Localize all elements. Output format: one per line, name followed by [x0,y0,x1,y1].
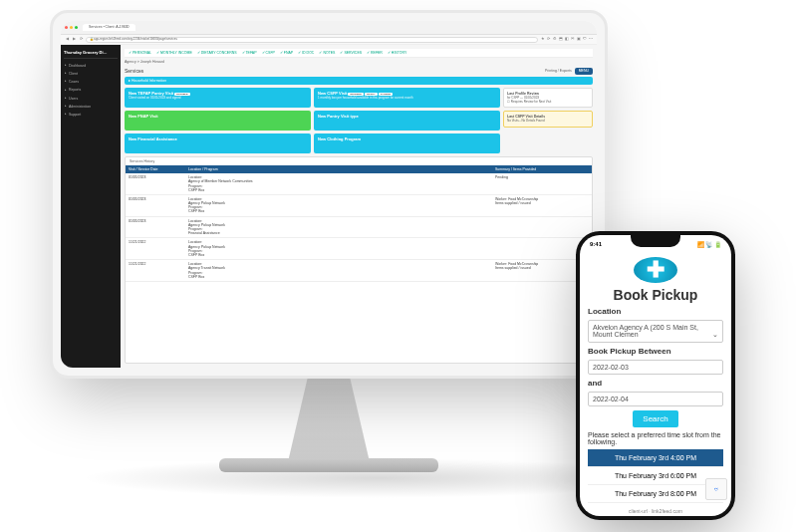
extension-icon[interactable]: ⬒ [558,37,563,42]
household-info-bar[interactable]: ▸ Household Information [125,77,593,85]
extension-icons: ★⟳⚙⬒◧✉▣🛡⋯ [540,37,593,42]
recaptcha-badge: 🛡 [705,478,727,500]
main-content: ✓ PERSONAL✓ MONTHLY INCOME✓ DIETARY CONC… [121,45,597,368]
window-min-icon[interactable] [70,26,73,29]
cell-location: Location:Agency of Member Network Commun… [185,173,492,194]
table-title: Services History [130,159,154,163]
client-tab[interactable]: ✓ SERVICES [340,51,362,55]
cell-location: Location:Agency Pickup NetworkProgram:Fi… [185,217,492,238]
table-row[interactable]: 01/05/2023Location:Agency Pickup Network… [126,217,592,239]
extension-icon[interactable]: ▣ [576,37,581,42]
browser-tab[interactable]: Services • Client: A-19600 [83,24,135,30]
window-max-icon[interactable] [75,26,78,29]
table-row[interactable]: 11/21/2022Location:Agency Transit Networ… [126,260,592,282]
page-title: Services [125,68,143,74]
sidebar: Thursday Grocery Di… DashboardClientCase… [61,45,121,368]
extension-icon[interactable]: ✉ [570,37,575,42]
location-select[interactable]: Akvelon Agency A (200 S Main St, Mount C… [588,320,723,343]
help-text: Please select a preferred time slot from… [588,431,723,445]
cell-date: 01/05/2023 [126,173,185,194]
extension-icon[interactable]: ⋯ [588,37,593,42]
card-title: New FNAP Visit [129,115,307,120]
sidebar-item[interactable]: Dashboard [64,62,118,70]
client-tab[interactable]: ✓ MONTHLY INCOME [156,51,192,55]
menu-button[interactable]: MENU [575,68,593,74]
cell-location: Location:Agency Pickup NetworkProgram:CS… [185,195,492,216]
phone-footer: client-url · link2feed.com [580,506,731,516]
chevron-down-icon: ⌄ [712,331,718,339]
service-card[interactable]: New Clothing Program [314,133,500,153]
service-card[interactable]: New FNAP Visit [125,111,311,131]
desktop-monitor: Services • Client: A-19600 ◀ ▶ ⟳ 🔒 app-r… [50,10,608,379]
forward-icon[interactable]: ▶ [72,37,77,42]
back-icon[interactable]: ◀ [65,37,70,42]
client-tab[interactable]: ✓ HISTORY [388,51,406,55]
cell-date: 11/21/2022 [126,238,185,259]
warn-line: No Visits - No Details Found [507,120,589,124]
time-slot[interactable]: Thu February 3rd 6:00 PM [588,467,723,485]
date-to-input[interactable]: 2022-02-04 [588,392,723,406]
household-info-label: Household Information [132,79,166,83]
mobile-phone: 9:41 📶 📡 🔋 ✚ Book Pickup Location Akvelo… [576,231,735,520]
client-tab[interactable]: ✓ CSFP [262,51,275,55]
reload-icon[interactable]: ⟳ [79,37,84,42]
extension-icon[interactable]: ◧ [564,37,569,42]
cell-location: Location:Agency Transit NetworkProgram:C… [185,260,492,281]
sidebar-item[interactable]: Client [64,70,118,78]
table-header-row: Visit / Service Date Location / Program … [126,165,592,173]
breadcrumb: Agency > Joseph Howard [125,58,593,66]
phone-page-title: Book Pickup [588,287,723,303]
extension-icon[interactable]: ⚙ [552,37,557,42]
client-tab[interactable]: ✓ ID DOC [298,51,314,55]
extension-icon[interactable]: ⟳ [546,37,551,42]
review-checkbox-label[interactable]: Requires Review for Next Visit [511,100,551,104]
address-bar[interactable]: 🔒 app-region.link2feed.com/org-1234/inta… [86,37,538,43]
client-tab[interactable]: ✓ PERSONAL [129,51,151,55]
sidebar-item[interactable]: Support [64,111,118,119]
client-tab[interactable]: ✓ NOTES [319,51,335,55]
client-tab[interactable]: ✓ FNAP [280,51,293,55]
card-title: New Clothing Program [318,137,496,142]
service-card[interactable]: New CSFP VisitELIGIBLEPROXYPAUSED1 month… [314,88,500,108]
cell-summary: Pending [492,173,592,194]
client-tabs: ✓ PERSONAL✓ MONTHLY INCOME✓ DIETARY CONC… [125,49,593,58]
time-slot[interactable]: Thu February 3rd 4:00 PM [588,449,723,467]
table-row[interactable]: 11/21/2022Location:Agency Pickup Network… [126,238,592,260]
between-label: Book Pickup Between [588,347,723,356]
sidebar-item[interactable]: Users [64,95,118,103]
table-row[interactable]: 01/05/2023Location:Agency Pickup Network… [126,195,592,217]
browser-tab-bar: Services • Client: A-19600 [61,21,597,35]
service-card[interactable]: New Financial Assistance [125,133,311,153]
sidebar-item[interactable]: Reports [64,86,118,94]
location-label: Location [588,307,723,316]
date-from-input[interactable]: 2022-02-03 [588,360,723,375]
card-title: New Financial Assistance [129,137,307,142]
cell-location: Location:Agency Pickup NetworkProgram:CS… [185,238,492,259]
client-tab[interactable]: ✓ DIETARY CONCERNS [197,51,237,55]
time-slot[interactable]: Thu February 3rd 8:00 PM [588,485,723,503]
client-tab[interactable]: ✓ TEFAP [242,51,257,55]
last-visit-warning: Last CSFP Visit Details No Visits - No D… [503,111,593,128]
app-logo-icon: ✚ [634,257,677,283]
services-history-table: Services History Visit / Service Date Lo… [125,156,593,364]
window-close-icon[interactable] [65,26,68,29]
browser-address-row: ◀ ▶ ⟳ 🔒 app-region.link2feed.com/org-123… [61,35,597,45]
th-date[interactable]: Visit / Service Date [126,165,185,173]
phone-notch [631,235,680,247]
service-card[interactable]: New Pantry Visit type [314,111,500,131]
th-location[interactable]: Location / Program [185,165,492,173]
sidebar-item[interactable]: Cases [64,78,118,86]
last-profile-review: Last Profile Review for CSFP — 01/05/202… [503,88,593,108]
sidebar-item[interactable]: Administration [64,103,118,111]
and-label: and [588,379,723,388]
th-summary[interactable]: Summary / Items Provided [492,165,592,173]
cell-date: 01/05/2023 [126,217,185,238]
extension-icon[interactable]: ★ [540,37,545,42]
table-row[interactable]: 01/05/2023Location:Agency of Member Netw… [126,173,592,195]
extension-icon[interactable]: 🛡 [582,37,587,42]
client-tab[interactable]: ✓ REFER [367,51,383,55]
status-time: 9:41 [590,241,602,247]
search-button[interactable]: Search [633,410,677,427]
service-card[interactable]: New TEFAP Pantry VisitELIGIBLEClient vis… [125,88,311,108]
card-title: New Pantry Visit type [318,115,496,120]
